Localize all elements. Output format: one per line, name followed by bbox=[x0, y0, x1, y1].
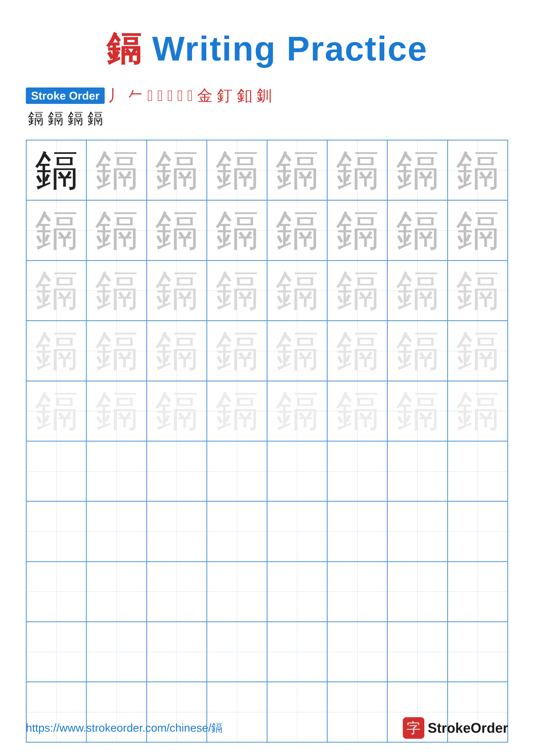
stroke-char-6: 𠂍 bbox=[177, 87, 183, 105]
grid-cell-5-7[interactable]: 鎘 bbox=[387, 381, 447, 441]
grid-cell-8-6[interactable] bbox=[327, 562, 387, 622]
grid-row-9 bbox=[26, 622, 508, 682]
grid-cell-6-8[interactable] bbox=[447, 441, 508, 501]
grid-cell-5-2[interactable]: 鎘 bbox=[87, 381, 146, 441]
stroke-char-10: 釦 bbox=[237, 85, 252, 106]
grid-cell-3-4[interactable]: 鎘 bbox=[207, 260, 267, 321]
grid-cell-9-6[interactable] bbox=[327, 622, 387, 682]
grid-cell-9-4[interactable] bbox=[207, 622, 267, 682]
grid-cell-6-7[interactable] bbox=[387, 441, 447, 501]
practice-char: 鎘 bbox=[35, 382, 78, 440]
grid-cell-1-7[interactable]: 鎘 bbox=[387, 140, 447, 200]
grid-cell-2-3[interactable]: 鎘 bbox=[147, 200, 207, 260]
grid-cell-9-2[interactable] bbox=[87, 622, 146, 682]
grid-cell-3-2[interactable]: 鎘 bbox=[87, 260, 146, 321]
grid-cell-4-4[interactable]: 鎘 bbox=[207, 321, 267, 381]
grid-cell-4-3[interactable]: 鎘 bbox=[147, 321, 207, 381]
grid-cell-3-5[interactable]: 鎘 bbox=[267, 260, 327, 321]
grid-cell-8-7[interactable] bbox=[387, 562, 447, 622]
practice-char: 鎘 bbox=[216, 201, 259, 259]
grid-cell-5-3[interactable]: 鎘 bbox=[147, 381, 207, 441]
grid-cell-8-5[interactable] bbox=[267, 562, 327, 622]
grid-cell-2-5[interactable]: 鎘 bbox=[267, 200, 327, 260]
grid-cell-5-1[interactable]: 鎘 bbox=[26, 381, 87, 441]
stroke-char-4: 𠂋 bbox=[157, 87, 163, 105]
grid-cell-2-2[interactable]: 鎘 bbox=[87, 200, 146, 260]
grid-cell-3-8[interactable]: 鎘 bbox=[447, 260, 508, 321]
grid-cell-9-3[interactable] bbox=[147, 622, 207, 682]
grid-cell-2-4[interactable]: 鎘 bbox=[207, 200, 267, 260]
practice-char: 鎘 bbox=[275, 201, 318, 259]
grid-row-1: 鎘 鎘 鎘 鎘 鎘 鎘 鎘 鎘 bbox=[26, 140, 508, 200]
grid-cell-6-1[interactable] bbox=[26, 441, 87, 501]
grid-cell-8-4[interactable] bbox=[207, 562, 267, 622]
grid-cell-7-5[interactable] bbox=[267, 501, 327, 561]
grid-cell-4-2[interactable]: 鎘 bbox=[87, 321, 146, 381]
grid-cell-9-7[interactable] bbox=[387, 622, 447, 682]
grid-cell-7-7[interactable] bbox=[387, 501, 447, 561]
grid-cell-4-5[interactable]: 鎘 bbox=[267, 321, 327, 381]
grid-cell-7-3[interactable] bbox=[147, 501, 207, 561]
grid-cell-6-2[interactable] bbox=[87, 441, 146, 501]
practice-char: 鎘 bbox=[396, 201, 439, 259]
grid-row-8 bbox=[26, 562, 508, 622]
grid-cell-4-8[interactable]: 鎘 bbox=[447, 321, 508, 381]
grid-cell-1-6[interactable]: 鎘 bbox=[327, 140, 387, 200]
stroke-char-3: 𠂊 bbox=[147, 87, 153, 105]
grid-cell-8-1[interactable] bbox=[26, 562, 87, 622]
grid-cell-8-3[interactable] bbox=[147, 562, 207, 622]
grid-cell-4-6[interactable]: 鎘 bbox=[327, 321, 387, 381]
practice-grid: 鎘 鎘 鎘 鎘 鎘 鎘 鎘 鎘 鎘 鎘 鎘 鎘 鎘 鎘 鎘 鎘 鎘 鎘 鎘 鎘 … bbox=[26, 140, 508, 742]
grid-cell-9-8[interactable] bbox=[447, 622, 508, 682]
grid-cell-5-4[interactable]: 鎘 bbox=[207, 381, 267, 441]
grid-cell-8-2[interactable] bbox=[87, 562, 146, 622]
page: 鎘 Writing Practice Stroke Order 丿 𠂉 𠂊 𠂋 … bbox=[0, 0, 534, 756]
practice-char: 鎘 bbox=[95, 322, 138, 380]
grid-cell-7-4[interactable] bbox=[207, 501, 267, 561]
grid-cell-5-8[interactable]: 鎘 bbox=[447, 381, 508, 441]
grid-cell-1-5[interactable]: 鎘 bbox=[267, 140, 327, 200]
grid-cell-3-7[interactable]: 鎘 bbox=[387, 260, 447, 321]
practice-char: 鎘 bbox=[216, 322, 259, 380]
grid-cell-5-6[interactable]: 鎘 bbox=[327, 381, 387, 441]
grid-cell-2-1[interactable]: 鎘 bbox=[26, 200, 87, 260]
grid-cell-6-6[interactable] bbox=[327, 441, 387, 501]
grid-cell-7-1[interactable] bbox=[26, 501, 87, 561]
grid-cell-4-1[interactable]: 鎘 bbox=[26, 321, 87, 381]
grid-cell-1-2[interactable]: 鎘 bbox=[87, 140, 146, 200]
practice-char: 鎘 bbox=[336, 322, 379, 380]
practice-char: 鎘 bbox=[456, 322, 499, 380]
grid-cell-2-8[interactable]: 鎘 bbox=[447, 200, 508, 260]
grid-cell-1-8[interactable]: 鎘 bbox=[447, 140, 508, 200]
grid-cell-3-3[interactable]: 鎘 bbox=[147, 260, 207, 321]
practice-char: 鎘 bbox=[456, 382, 499, 440]
grid-cell-5-5[interactable]: 鎘 bbox=[267, 381, 327, 441]
grid-cell-2-6[interactable]: 鎘 bbox=[327, 200, 387, 260]
practice-char: 鎘 bbox=[396, 322, 439, 380]
stroke-char-9: 釘 bbox=[217, 85, 232, 106]
grid-cell-9-1[interactable] bbox=[26, 622, 87, 682]
grid-cell-1-3[interactable]: 鎘 bbox=[147, 140, 207, 200]
title-text: Writing Practice bbox=[142, 29, 428, 68]
grid-cell-7-6[interactable] bbox=[327, 501, 387, 561]
grid-cell-8-8[interactable] bbox=[447, 562, 508, 622]
grid-cell-3-1[interactable]: 鎘 bbox=[26, 260, 87, 321]
grid-cell-1-4[interactable]: 鎘 bbox=[207, 140, 267, 200]
grid-cell-7-2[interactable] bbox=[87, 501, 146, 561]
grid-cell-6-3[interactable] bbox=[147, 441, 207, 501]
grid-cell-7-8[interactable] bbox=[447, 501, 508, 561]
grid-cell-1-1[interactable]: 鎘 bbox=[26, 140, 87, 200]
grid-cell-9-5[interactable] bbox=[267, 622, 327, 682]
practice-char: 鎘 bbox=[216, 141, 259, 199]
practice-char: 鎘 bbox=[155, 201, 198, 259]
grid-cell-6-5[interactable] bbox=[267, 441, 327, 501]
grid-cell-4-7[interactable]: 鎘 bbox=[387, 321, 447, 381]
grid-row-4: 鎘 鎘 鎘 鎘 鎘 鎘 鎘 鎘 bbox=[26, 321, 508, 381]
grid-cell-6-4[interactable] bbox=[207, 441, 267, 501]
grid-cell-2-7[interactable]: 鎘 bbox=[387, 200, 447, 260]
practice-char: 鎘 bbox=[155, 141, 198, 199]
grid-cell-3-6[interactable]: 鎘 bbox=[327, 260, 387, 321]
practice-char: 鎘 bbox=[95, 382, 138, 440]
practice-char: 鎘 bbox=[35, 201, 78, 259]
stroke-char-15: 鎘 bbox=[88, 108, 103, 129]
